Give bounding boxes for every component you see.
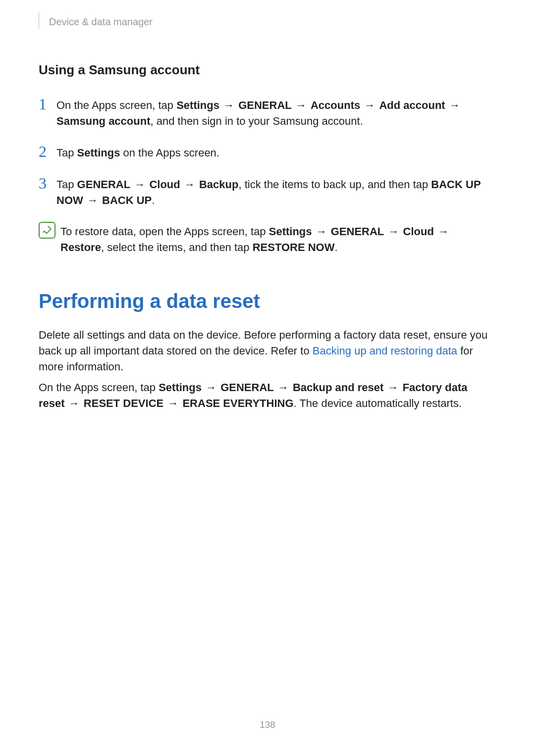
arrow: →: [83, 194, 102, 206]
text: , and then sign in to your Samsung accou…: [150, 115, 363, 127]
step-number: 2: [39, 143, 56, 160]
bold: Backup: [199, 178, 238, 191]
note-text: To restore data, open the Apps screen, t…: [60, 222, 496, 255]
arrow: →: [130, 178, 149, 191]
bold: Accounts: [311, 99, 360, 111]
arrow: →: [180, 178, 199, 191]
step-text: On the Apps screen, tap Settings → GENER…: [56, 96, 496, 129]
header-divider: [39, 12, 39, 29]
bold: GENERAL: [238, 99, 292, 111]
bold: RESTORE NOW: [253, 241, 335, 253]
text: On the Apps screen, tap: [56, 99, 176, 111]
bold: Restore: [60, 241, 101, 253]
section-title: Using a Samsung account: [39, 62, 496, 78]
text: On the Apps screen, tap: [39, 381, 159, 394]
arrow: →: [202, 381, 220, 394]
arrow: →: [445, 99, 461, 111]
bold: Samsung account: [56, 115, 150, 127]
page-header: Device & data manager: [39, 15, 496, 29]
text: .: [152, 194, 155, 206]
text: , select the items, and then tap: [101, 241, 253, 253]
bold: Settings: [77, 147, 120, 159]
text: Tap: [56, 178, 77, 191]
body-paragraph: On the Apps screen, tap Settings → GENER…: [39, 380, 496, 411]
arrow: →: [292, 99, 311, 111]
bold: Add account: [379, 99, 445, 111]
arrow: →: [383, 381, 402, 394]
page-number: 138: [0, 719, 535, 730]
step-number: 3: [39, 175, 56, 192]
arrow: →: [274, 381, 293, 394]
arrow: →: [434, 225, 450, 238]
text: Tap: [56, 147, 77, 159]
note-icon: [39, 222, 55, 239]
bold: RESET DEVICE: [84, 397, 163, 409]
step-number: 1: [39, 96, 56, 113]
step-3: 3 Tap GENERAL → Cloud → Backup, tick the…: [39, 175, 496, 208]
page-content: Device & data manager Using a Samsung ac…: [0, 0, 535, 441]
bold: GENERAL: [220, 381, 274, 394]
arrow: →: [384, 225, 403, 238]
bold: GENERAL: [331, 225, 384, 238]
bold: Cloud: [149, 178, 180, 191]
bold: Settings: [269, 225, 312, 238]
bold: Settings: [176, 99, 219, 111]
text: . The device automatically restarts.: [294, 397, 462, 409]
step-text: Tap GENERAL → Cloud → Backup, tick the i…: [56, 175, 496, 208]
bold: Backup and reset: [293, 381, 383, 394]
text: To restore data, open the Apps screen, t…: [60, 225, 269, 238]
bold: Settings: [159, 381, 202, 394]
bold: ERASE EVERYTHING: [182, 397, 293, 409]
note-block: To restore data, open the Apps screen, t…: [39, 222, 496, 255]
arrow: →: [360, 99, 379, 111]
text: .: [334, 241, 337, 253]
arrow: →: [312, 225, 331, 238]
link-text[interactable]: Backing up and restoring data: [313, 345, 457, 357]
step-text: Tap Settings on the Apps screen.: [56, 143, 219, 161]
arrow: →: [219, 99, 238, 111]
arrow: →: [163, 397, 182, 409]
bold: BACK UP: [102, 194, 152, 206]
main-heading: Performing a data reset: [39, 290, 496, 312]
body-paragraph: Delete all settings and data on the devi…: [39, 327, 496, 375]
breadcrumb-text: Device & data manager: [49, 16, 153, 28]
step-2: 2 Tap Settings on the Apps screen.: [39, 143, 496, 161]
note-icon-wrap: [39, 222, 60, 239]
text: on the Apps screen.: [120, 147, 219, 159]
arrow: →: [65, 397, 84, 409]
bold: Cloud: [403, 225, 434, 238]
bold: GENERAL: [77, 178, 131, 191]
step-1: 1 On the Apps screen, tap Settings → GEN…: [39, 96, 496, 129]
text: , tick the items to back up, and then ta…: [238, 178, 431, 191]
